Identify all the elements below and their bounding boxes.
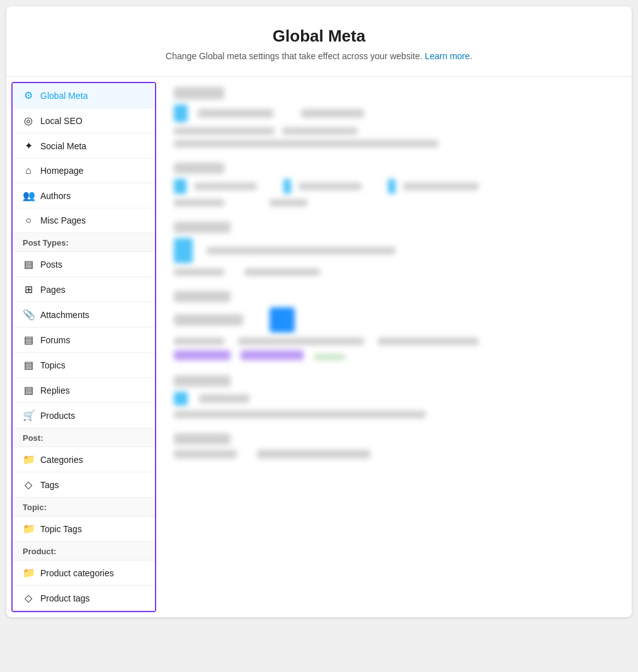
sidebar-header-topic-header: Topic: xyxy=(13,498,155,516)
content-row-3 xyxy=(174,222,619,276)
sidebar-item-categories[interactable]: 📁Categories xyxy=(13,447,155,472)
learn-more-link[interactable]: Learn more xyxy=(424,51,470,61)
sidebar-item-label-posts: Posts xyxy=(40,259,62,270)
social-meta-icon: ✦ xyxy=(23,140,34,152)
sidebar-item-label-categories: Categories xyxy=(40,455,83,465)
sidebar-item-label-products: Products xyxy=(40,411,75,421)
replies-icon: ▤ xyxy=(23,384,34,396)
sidebar-item-label-topics: Topics xyxy=(40,360,66,370)
sidebar-item-product-categories[interactable]: 📁Product categories xyxy=(13,561,155,586)
app-container: Global Meta Change Global meta settings … xyxy=(6,6,632,617)
global-meta-icon: ⚙ xyxy=(23,89,34,101)
sidebar-item-forums[interactable]: ▤Forums xyxy=(13,327,155,353)
sidebar-header-post-types-header: Post Types: xyxy=(13,233,155,252)
sidebar-header-product-header: Product: xyxy=(13,542,155,561)
sidebar-item-label-tags: Tags xyxy=(40,480,59,490)
forums-icon: ▤ xyxy=(23,334,34,346)
attachments-icon: 📎 xyxy=(23,309,34,321)
authors-icon: 👥 xyxy=(23,190,34,202)
product-categories-icon: 📁 xyxy=(23,567,34,579)
topics-icon: ▤ xyxy=(23,359,34,371)
main-content xyxy=(161,77,632,617)
categories-icon: 📁 xyxy=(23,453,34,465)
content-row-4 xyxy=(174,291,619,360)
homepage-icon: ⌂ xyxy=(23,165,34,176)
page-title: Global Meta xyxy=(19,26,619,46)
tags-icon: ◇ xyxy=(23,479,34,491)
local-seo-icon: ◎ xyxy=(23,115,34,127)
sidebar-item-tags[interactable]: ◇Tags xyxy=(13,472,155,498)
sidebar-item-replies[interactable]: ▤Replies xyxy=(13,378,155,403)
sidebar-item-topic-tags[interactable]: 📁Topic Tags xyxy=(13,516,155,542)
content-row-2 xyxy=(174,162,619,207)
sidebar-item-label-homepage: Homepage xyxy=(40,166,84,176)
sidebar: ⚙Global Meta◎Local SEO✦Social Meta⌂Homep… xyxy=(11,82,156,612)
page-header: Global Meta Change Global meta settings … xyxy=(6,6,632,77)
product-tags-icon: ◇ xyxy=(23,592,34,604)
sidebar-item-label-authors: Authors xyxy=(40,191,71,201)
products-icon: 🛒 xyxy=(23,409,34,421)
sidebar-item-label-product-tags: Product tags xyxy=(40,593,90,603)
content-row-5 xyxy=(174,375,619,418)
sidebar-item-label-forums: Forums xyxy=(40,335,70,345)
sidebar-item-global-meta[interactable]: ⚙Global Meta xyxy=(13,83,155,108)
sidebar-item-label-global-meta: Global Meta xyxy=(40,91,88,101)
sidebar-item-social-meta[interactable]: ✦Social Meta xyxy=(13,134,155,159)
sidebar-item-topics[interactable]: ▤Topics xyxy=(13,353,155,378)
sidebar-item-label-misc-pages: Misc Pages xyxy=(40,215,86,225)
sidebar-item-product-tags[interactable]: ◇Product tags xyxy=(13,586,155,611)
pages-icon: ⊞ xyxy=(23,283,34,295)
sidebar-item-label-pages: Pages xyxy=(40,285,66,295)
posts-icon: ▤ xyxy=(23,258,34,270)
sidebar-item-label-local-seo: Local SEO xyxy=(40,116,83,126)
sidebar-item-label-replies: Replies xyxy=(40,385,70,396)
sidebar-item-attachments[interactable]: 📎Attachments xyxy=(13,302,155,327)
page-subtitle: Change Global meta settings that take ef… xyxy=(19,51,619,61)
sidebar-item-local-seo[interactable]: ◎Local SEO xyxy=(13,108,155,134)
content-row-1 xyxy=(174,87,619,147)
topic-tags-icon: 📁 xyxy=(23,523,34,535)
sidebar-header-post-header: Post: xyxy=(13,428,155,447)
sidebar-item-authors[interactable]: 👥Authors xyxy=(13,183,155,208)
sidebar-item-products[interactable]: 🛒Products xyxy=(13,403,155,428)
sidebar-item-pages[interactable]: ⊞Pages xyxy=(13,277,155,302)
misc-pages-icon: ○ xyxy=(23,215,34,226)
sidebar-item-label-social-meta: Social Meta xyxy=(40,141,86,151)
sidebar-item-label-product-categories: Product categories xyxy=(40,568,114,578)
sidebar-item-homepage[interactable]: ⌂Homepage xyxy=(13,159,155,183)
main-layout: ⚙Global Meta◎Local SEO✦Social Meta⌂Homep… xyxy=(6,77,632,617)
sidebar-item-label-topic-tags: Topic Tags xyxy=(40,524,82,534)
sidebar-item-misc-pages[interactable]: ○Misc Pages xyxy=(13,208,155,233)
sidebar-item-posts[interactable]: ▤Posts xyxy=(13,252,155,277)
content-row-6 xyxy=(174,433,619,458)
sidebar-item-label-attachments: Attachments xyxy=(40,310,89,320)
